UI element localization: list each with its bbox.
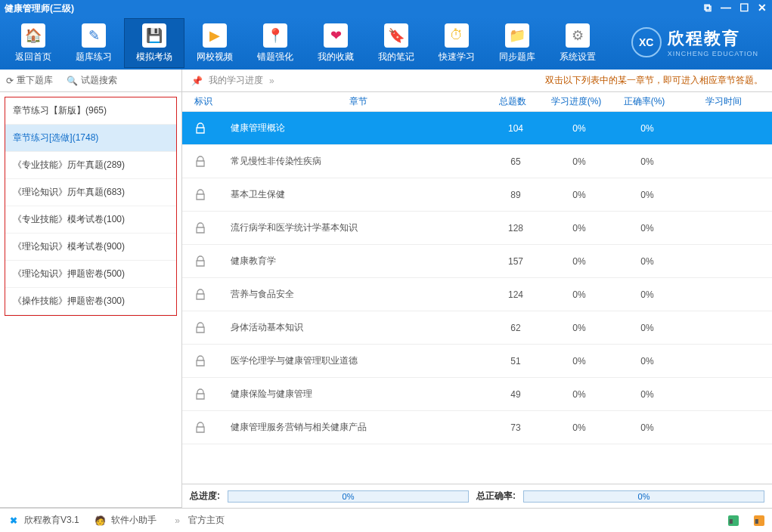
table-row[interactable]: 流行病学和医学统计学基本知识1280%0% — [182, 212, 772, 245]
window-title: 健康管理师(三级) — [5, 2, 74, 15]
brand-sub: XINCHENG EDUCATION — [668, 50, 758, 57]
lock-icon — [182, 156, 219, 168]
status-app[interactable]: ✖ 欣程教育V3.1 — [8, 514, 79, 527]
sidebar-item[interactable]: 《理论知识》模考试卷(900) — [5, 234, 176, 261]
window-close-icon[interactable]: ✕ — [755, 2, 769, 14]
cell-accuracy: 0% — [613, 156, 681, 167]
sidebar-item[interactable]: 《专业技能》历年真题(289) — [5, 152, 176, 179]
table-row[interactable]: 营养与食品安全1240%0% — [182, 278, 772, 311]
home-icon: 🏠 — [21, 23, 45, 48]
fav-icon: ❤ — [324, 23, 348, 48]
table-row[interactable]: 健康教育学1570%0% — [182, 245, 772, 278]
cell-chapter: 健康教育学 — [219, 255, 486, 268]
bank-icon: ✎ — [82, 23, 106, 48]
wrong-icon: 📍 — [263, 23, 287, 48]
sidebar-item[interactable]: 章节练习【新版】(965) — [5, 97, 176, 125]
table-row[interactable]: 身体活动基本知识620%0% — [182, 311, 772, 345]
window-minimize-icon[interactable]: — — [719, 2, 733, 14]
toolbar-label: 系统设置 — [560, 51, 596, 63]
sidebar-item[interactable]: 《理论知识》历年真题(683) — [5, 179, 176, 206]
cell-progress: 0% — [545, 389, 613, 400]
lock-icon — [182, 122, 219, 135]
toolbar-label: 返回首页 — [15, 51, 51, 63]
cell-progress: 0% — [545, 289, 613, 300]
window-restore-icon[interactable]: ⧉ — [701, 2, 715, 14]
col-time: 学习时间 — [678, 95, 769, 108]
col-accuracy: 正确率(%) — [610, 95, 678, 108]
status-action-1[interactable]: ∎ — [728, 515, 739, 526]
toolbar-label: 模拟考场 — [136, 51, 172, 63]
cell-chapter: 常见慢性非传染性疾病 — [219, 155, 486, 168]
lock-icon — [182, 322, 219, 334]
summary-bar: 总进度: 0% 总正确率: 0% — [182, 484, 772, 508]
status-helper[interactable]: 🧑 软件小助手 — [95, 514, 157, 527]
table-row[interactable]: 健康保险与健康管理490%0% — [182, 378, 772, 411]
lock-icon — [182, 388, 219, 401]
col-total: 总题数 — [483, 95, 542, 108]
sidebar-list: 章节练习【新版】(965)章节练习[选做](1748)《专业技能》历年真题(28… — [5, 97, 177, 316]
brand-name: 欣程教育 — [668, 27, 758, 50]
table-row[interactable]: 健康管理服务营销与相关健康产品730%0% — [182, 411, 772, 444]
brand: XC 欣程教育 XINCHENG EDUCATION — [631, 27, 758, 57]
cell-progress: 0% — [545, 323, 613, 333]
search-questions-button[interactable]: 🔍试题搜索 — [67, 74, 117, 87]
sidebar: ⟳重下题库 🔍试题搜索 章节练习【新版】(965)章节练习[选做](1748)《… — [0, 70, 182, 508]
cell-total: 104 — [486, 123, 545, 134]
table-row[interactable]: 常见慢性非传染性疾病650%0% — [182, 145, 772, 178]
window-maximize-icon[interactable]: ☐ — [737, 2, 751, 14]
toolbar-fav-button[interactable]: ❤我的收藏 — [305, 18, 366, 68]
table-row[interactable]: 基本卫生保健890%0% — [182, 178, 772, 212]
toolbar-bank-button[interactable]: ✎题库练习 — [64, 18, 124, 68]
cell-accuracy: 0% — [613, 356, 681, 367]
cell-progress: 0% — [545, 422, 613, 433]
status-action-2[interactable]: ∎ — [754, 515, 764, 526]
quick-icon: ⏱ — [445, 23, 469, 48]
toolbar-video-button[interactable]: ▶网校视频 — [184, 18, 245, 68]
table-row[interactable]: 健康管理概论1040%0% — [182, 112, 772, 145]
lock-icon — [182, 422, 219, 434]
toolbar-home-button[interactable]: 🏠返回首页 — [3, 18, 64, 68]
lock-icon — [182, 289, 219, 301]
table-body: 健康管理概论1040%0%常见慢性非传染性疾病650%0%基本卫生保健890%0… — [182, 112, 772, 484]
table-row[interactable]: 医学伦理学与健康管理职业道德510%0% — [182, 345, 772, 378]
cell-total: 49 — [486, 389, 545, 400]
refresh-bank-button[interactable]: ⟳重下题库 — [6, 74, 53, 87]
chevron-right-icon[interactable]: » — [269, 76, 274, 86]
table-header: 标识 章节 总题数 学习进度(%) 正确率(%) 学习时间 — [182, 92, 772, 112]
sidebar-item[interactable]: 章节练习[选做](1748) — [5, 125, 176, 152]
video-icon: ▶ — [203, 23, 227, 48]
cell-chapter: 营养与食品安全 — [219, 288, 486, 301]
chart-icon: ∎ — [728, 515, 739, 526]
exam-icon: 💾 — [142, 23, 166, 48]
lock-icon — [182, 355, 219, 367]
toolbar-exam-button[interactable]: 💾模拟考场 — [124, 18, 184, 68]
sync-icon: 📁 — [505, 23, 529, 48]
lock-icon — [182, 222, 219, 234]
cell-progress: 0% — [545, 156, 613, 167]
window-controls: ⧉ — ☐ ✕ — [701, 2, 769, 14]
toolbar-label: 错题强化 — [257, 51, 293, 63]
cell-accuracy: 0% — [613, 223, 681, 234]
col-flag: 标识 — [185, 95, 222, 108]
sidebar-item[interactable]: 《专业技能》模考试卷(100) — [5, 206, 176, 234]
cell-chapter: 健康管理概论 — [219, 122, 486, 135]
main-toolbar: 🏠返回首页✎题库练习💾模拟考场▶网校视频📍错题强化❤我的收藏🔖我的笔记⏱快速学习… — [0, 17, 772, 70]
lock-icon — [182, 189, 219, 201]
sidebar-item[interactable]: 《操作技能》押题密卷(300) — [5, 288, 176, 315]
toolbar-notes-button[interactable]: 🔖我的笔记 — [366, 18, 426, 68]
toolbar-settings-button[interactable]: ⚙系统设置 — [547, 18, 608, 68]
sidebar-item[interactable]: 《理论知识》押题密卷(500) — [5, 261, 176, 288]
pin-icon: 📌 — [191, 76, 203, 86]
status-homepage[interactable]: » 官方主页 — [172, 514, 225, 527]
cell-progress: 0% — [545, 223, 613, 234]
total-progress-bar: 0% — [228, 490, 469, 503]
brand-logo-icon: XC — [631, 27, 662, 57]
toolbar-sync-button[interactable]: 📁同步题库 — [487, 18, 547, 68]
cell-accuracy: 0% — [613, 422, 681, 433]
toolbar-wrong-button[interactable]: 📍错题强化 — [245, 18, 305, 68]
col-progress: 学习进度(%) — [542, 95, 610, 108]
cell-total: 124 — [486, 289, 545, 300]
status-bar: ✖ 欣程教育V3.1 🧑 软件小助手 » 官方主页 ∎ ∎ — [0, 508, 772, 532]
progress-label: 我的学习进度 — [209, 74, 263, 87]
toolbar-quick-button[interactable]: ⏱快速学习 — [426, 18, 487, 68]
